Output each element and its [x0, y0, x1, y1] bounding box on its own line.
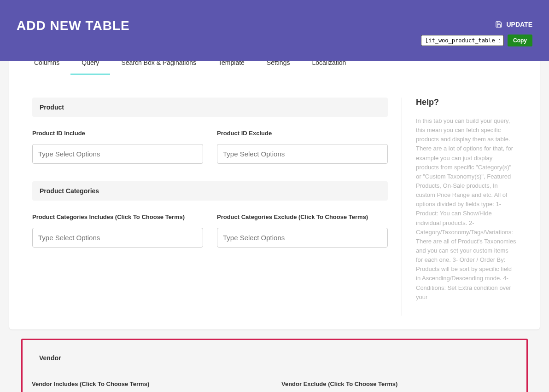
input-categories-include[interactable]: [32, 228, 203, 248]
vendor-highlight-box: Vendor Vendor Includes (Click To Choose …: [21, 339, 528, 392]
label-vendor-include: Vendor Includes (Click To Choose Terms): [32, 380, 268, 387]
content: Product Product ID Include Product ID Ex…: [9, 75, 540, 329]
shortcode-input[interactable]: [421, 35, 504, 46]
label-vendor-exclude: Vendor Exclude (Click To Choose Terms): [281, 380, 517, 387]
input-product-id-include[interactable]: [32, 144, 203, 164]
field-row-vendor: Vendor Includes (Click To Choose Terms) …: [32, 380, 517, 392]
section-header-vendor: Vendor: [32, 348, 517, 368]
field-categories-include: Product Categories Includes (Click To Ch…: [32, 213, 203, 248]
field-product-id-include: Product ID Include: [32, 130, 203, 164]
header-actions: UPDATE Copy: [421, 21, 532, 46]
header: ADD NEW TABLE UPDATE Copy: [0, 0, 549, 61]
help-column: Help? In this tab you can build your que…: [402, 98, 517, 316]
field-row-product: Product ID Include Product ID Exclude: [32, 130, 388, 164]
label-categories-include: Product Categories Includes (Click To Ch…: [32, 213, 203, 220]
copy-button[interactable]: Copy: [508, 35, 532, 46]
label-product-id-exclude: Product ID Exclude: [217, 130, 388, 137]
section-header-product: Product: [32, 98, 388, 117]
field-row-categories: Product Categories Includes (Click To Ch…: [32, 213, 388, 248]
field-vendor-include: Vendor Includes (Click To Choose Terms): [32, 380, 268, 392]
help-text: In this tab you can build your query, th…: [416, 116, 517, 302]
field-product-id-exclude: Product ID Exclude: [217, 130, 388, 164]
main-column: Product Product ID Include Product ID Ex…: [32, 98, 388, 265]
input-product-id-exclude[interactable]: [217, 144, 388, 164]
help-title: Help?: [416, 98, 517, 107]
input-categories-exclude[interactable]: [217, 228, 388, 248]
shortcode-row: Copy: [421, 35, 532, 46]
update-button[interactable]: UPDATE: [495, 21, 532, 28]
field-vendor-exclude: Vendor Exclude (Click To Choose Terms): [281, 380, 517, 392]
section-header-categories: Product Categories: [32, 181, 388, 201]
label-categories-exclude: Product Categories Exclude (Click To Cho…: [217, 213, 388, 220]
update-label: UPDATE: [506, 21, 532, 28]
main-card: Columns Query Search Box & Paginations T…: [9, 38, 540, 329]
save-icon: [495, 21, 502, 28]
label-product-id-include: Product ID Include: [32, 130, 203, 137]
field-categories-exclude: Product Categories Exclude (Click To Cho…: [217, 213, 388, 248]
